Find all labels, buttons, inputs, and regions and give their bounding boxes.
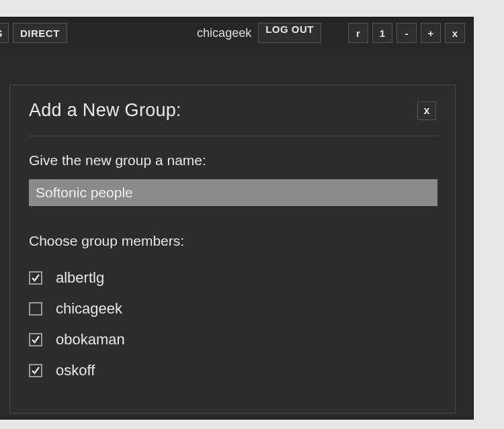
members-label: Choose group members: <box>29 233 436 249</box>
tab-direct[interactable]: DIRECT <box>13 23 67 43</box>
add-group-panel: Add a New Group: x Give the new group a … <box>9 85 456 414</box>
winctrl-minimize-button[interactable]: - <box>396 23 417 43</box>
member-row: albertlg <box>29 263 436 293</box>
panel-title: Add a New Group: <box>29 100 181 121</box>
username: chicageek <box>197 26 253 40</box>
panel-close-button[interactable]: x <box>417 101 436 120</box>
member-name: chicageek <box>56 300 122 318</box>
members-list: albertlgchicageekobokamanoskoff <box>29 263 436 386</box>
tab-es[interactable]: ES <box>0 23 9 43</box>
topbar: ES DIRECT chicageek LOG OUT r 1 - + x <box>0 17 473 48</box>
member-checkbox[interactable] <box>29 364 42 377</box>
member-name: obokaman <box>56 331 125 348</box>
winctrl-1-button[interactable]: 1 <box>372 23 392 43</box>
member-checkbox[interactable] <box>29 271 42 285</box>
window-controls: r 1 - + x <box>348 23 465 43</box>
user-block: chicageek LOG OUT <box>197 23 321 43</box>
winctrl-maximize-button[interactable]: + <box>421 23 441 43</box>
member-name: oskoff <box>56 362 95 379</box>
app-window: ES DIRECT chicageek LOG OUT r 1 - + x Ad… <box>0 17 474 420</box>
member-checkbox[interactable] <box>29 333 42 346</box>
member-row: oskoff <box>29 355 436 386</box>
group-name-label: Give the new group a name: <box>29 152 436 169</box>
logout-button[interactable]: LOG OUT <box>258 23 321 43</box>
panel-header: Add a New Group: x <box>29 100 436 136</box>
member-row: chicageek <box>29 293 436 324</box>
member-row: obokaman <box>29 324 436 355</box>
winctrl-close-button[interactable]: x <box>445 23 465 43</box>
member-name: albertlg <box>56 269 104 287</box>
winctrl-r-button[interactable]: r <box>348 23 368 43</box>
group-name-input[interactable] <box>29 179 437 206</box>
member-checkbox[interactable] <box>29 302 42 316</box>
